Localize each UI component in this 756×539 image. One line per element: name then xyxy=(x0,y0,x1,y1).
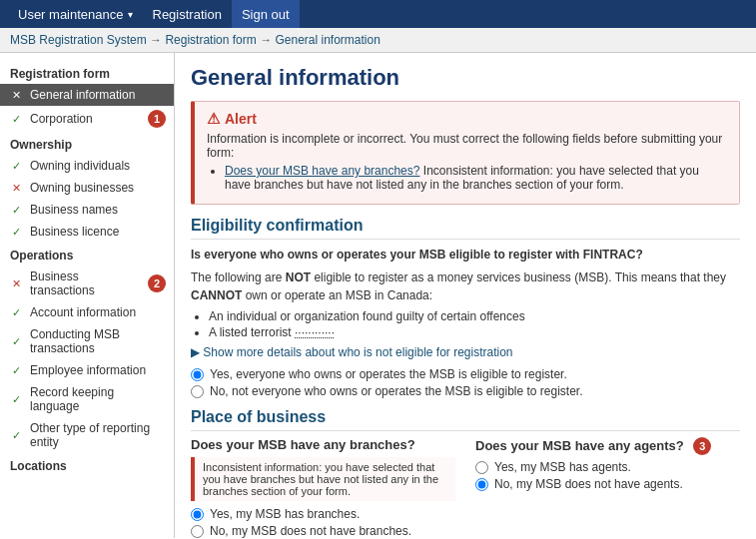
eligibility-section: Eligibility confirmation Is everyone who… xyxy=(191,217,740,398)
sidebar-item-conducting-msb[interactable]: ✓ Conducting MSB transactions xyxy=(0,323,174,359)
breadcrumb-system-link[interactable]: MSB Registration System xyxy=(10,33,147,47)
alert-intro: Information is incomplete or incorrect. … xyxy=(207,132,727,160)
chevron-down-icon: ▾ xyxy=(128,9,133,20)
branches-question: Does your MSB have any branches? xyxy=(191,437,455,452)
sidebar-item-owning-businesses[interactable]: ✕ Owning businesses xyxy=(0,177,174,199)
two-column-layout: Does your MSB have any branches? Inconsi… xyxy=(191,437,740,538)
main-layout: Registration form ✕ General information … xyxy=(0,53,756,538)
agents-question: Does your MSB have any agents? 3 xyxy=(475,437,740,455)
sidebar: Registration form ✕ General information … xyxy=(0,53,175,538)
registration-nav-item[interactable]: Registration xyxy=(143,0,232,28)
sidebar-item-account-information[interactable]: ✓ Account information xyxy=(0,301,174,323)
sidebar-item-corporation[interactable]: ✓ Corporation 1 xyxy=(0,106,174,132)
user-maintenance-label: User maintenance xyxy=(18,7,124,22)
check-icon: ✓ xyxy=(12,335,26,348)
not-eligible-list: An individual or organization found guil… xyxy=(191,309,740,339)
operations-section: Operations xyxy=(0,243,174,266)
branches-radio-no[interactable] xyxy=(191,525,204,538)
branches-option-no[interactable]: No, my MSB does not have branches. xyxy=(191,524,455,538)
agents-radio-group: Yes, my MSB has agents. No, my MSB does … xyxy=(475,460,740,491)
alert-list-item: Does your MSB have any branches? Inconsi… xyxy=(225,164,727,192)
check-icon: ✓ xyxy=(12,429,26,442)
sidebar-item-business-licence[interactable]: ✓ Business licence xyxy=(0,221,174,243)
page-title: General information xyxy=(191,65,740,91)
breadcrumb-form-link[interactable]: Registration form xyxy=(165,33,256,47)
eligibility-option-yes[interactable]: Yes, everyone who owns or operates the M… xyxy=(191,367,740,381)
branches-warning: Inconsistent information: you have selec… xyxy=(191,457,455,501)
user-maintenance-menu[interactable]: User maintenance ▾ xyxy=(8,0,143,28)
check-icon: ✓ xyxy=(12,306,26,319)
registration-form-section: Registration form xyxy=(0,61,174,84)
branches-column: Does your MSB have any branches? Inconsi… xyxy=(191,437,455,538)
check-icon: ✓ xyxy=(12,160,26,173)
alert-title: ⚠ Alert xyxy=(207,110,727,128)
main-content: General information ⚠ Alert Information … xyxy=(175,53,756,538)
corporation-badge: 1 xyxy=(148,110,166,128)
x-icon: ✕ xyxy=(12,277,26,290)
sidebar-item-business-transactions[interactable]: ✕ Business transactions 2 xyxy=(0,266,174,301)
sidebar-item-business-names[interactable]: ✓ Business names xyxy=(0,199,174,221)
sidebar-item-owning-individuals[interactable]: ✓ Owning individuals xyxy=(0,155,174,177)
ownership-section: Ownership xyxy=(0,132,174,155)
x-icon: ✕ xyxy=(12,89,26,102)
eligibility-radio-group: Yes, everyone who owns or operates the M… xyxy=(191,367,740,398)
agents-option-yes[interactable]: Yes, my MSB has agents. xyxy=(475,460,740,474)
check-icon: ✓ xyxy=(12,113,26,126)
check-icon: ✓ xyxy=(12,226,26,239)
sign-out-button[interactable]: Sign out xyxy=(232,0,300,28)
agents-radio-yes[interactable] xyxy=(475,461,488,474)
eligibility-radio-no[interactable] xyxy=(191,385,204,398)
sidebar-item-employee-information[interactable]: ✓ Employee information xyxy=(0,359,174,381)
agents-badge: 3 xyxy=(693,437,711,455)
check-icon: ✓ xyxy=(12,393,26,406)
branches-radio-group: Yes, my MSB has branches. No, my MSB doe… xyxy=(191,507,455,538)
sidebar-item-general-information[interactable]: ✕ General information xyxy=(0,84,174,106)
top-navigation: User maintenance ▾ Registration Sign out xyxy=(0,0,756,28)
agents-radio-no[interactable] xyxy=(475,478,488,491)
business-transactions-badge: 2 xyxy=(148,274,166,292)
x-icon: ✕ xyxy=(12,182,26,195)
show-more-link[interactable]: ▶ Show more details about who is not eli… xyxy=(191,345,740,359)
place-of-business-section: Place of business Does your MSB have any… xyxy=(191,408,740,538)
check-icon: ✓ xyxy=(12,364,26,377)
not-eligible-item-1: An individual or organization found guil… xyxy=(209,309,740,323)
place-of-business-heading: Place of business xyxy=(191,408,740,431)
eligibility-option-no[interactable]: No, not everyone who owns or operates th… xyxy=(191,384,740,398)
branches-option-yes[interactable]: Yes, my MSB has branches. xyxy=(191,507,455,521)
sidebar-item-other-reporting[interactable]: ✓ Other type of reporting entity xyxy=(0,417,174,453)
breadcrumb-current-link[interactable]: General information xyxy=(275,33,379,47)
alert-icon: ⚠ xyxy=(207,110,220,128)
not-eligible-item-2: A listed terrorist ············ xyxy=(209,325,740,339)
agents-option-no[interactable]: No, my MSB does not have agents. xyxy=(475,477,740,491)
eligibility-description: The following are NOT eligible to regist… xyxy=(191,269,740,304)
branches-alert-link[interactable]: Does your MSB have any branches? xyxy=(225,164,419,178)
agents-column: Does your MSB have any agents? 3 Yes, my… xyxy=(475,437,740,538)
sidebar-item-record-keeping[interactable]: ✓ Record keeping language xyxy=(0,381,174,417)
branches-radio-yes[interactable] xyxy=(191,508,204,521)
eligibility-question: Is everyone who owns or operates your MS… xyxy=(191,246,740,264)
locations-section: Locations xyxy=(0,453,174,476)
alert-box: ⚠ Alert Information is incomplete or inc… xyxy=(191,101,740,205)
eligibility-heading: Eligibility confirmation xyxy=(191,217,740,240)
eligibility-radio-yes[interactable] xyxy=(191,368,204,381)
breadcrumb: MSB Registration System → Registration f… xyxy=(0,28,756,53)
check-icon: ✓ xyxy=(12,204,26,217)
